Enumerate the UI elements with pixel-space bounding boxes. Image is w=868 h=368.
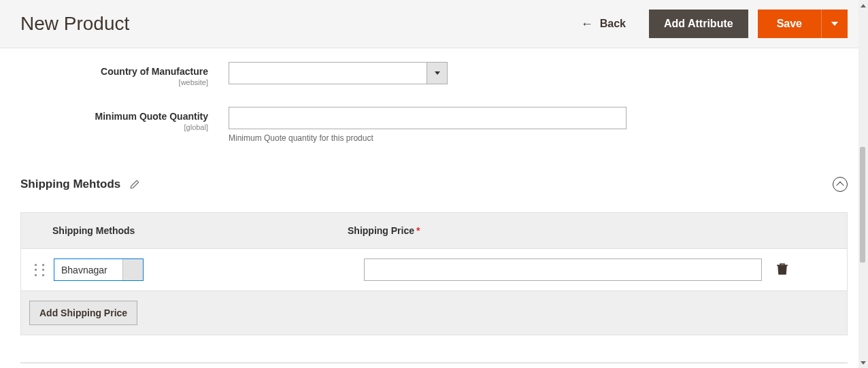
country-scope: [website] <box>20 78 208 86</box>
chevron-up-icon <box>836 182 844 189</box>
save-button-group: Save <box>758 10 848 38</box>
required-icon: * <box>416 225 420 236</box>
header-actions: ← Back Add Attribute Save <box>567 10 848 38</box>
pencil-icon[interactable] <box>130 180 139 189</box>
country-select-value[interactable] <box>229 63 427 84</box>
country-label: Country of Manufacture <box>101 66 208 77</box>
table-row <box>21 248 847 291</box>
th-price-label: Shipping Price <box>348 225 414 236</box>
min-quote-input[interactable] <box>229 107 627 129</box>
shipping-price-input[interactable] <box>364 258 762 281</box>
scrollbar[interactable] <box>858 0 868 368</box>
add-shipping-price-button[interactable]: Add Shipping Price <box>29 301 137 325</box>
back-button[interactable]: ← Back <box>567 11 639 37</box>
collapse-toggle[interactable] <box>833 177 848 192</box>
min-quote-row: Minimum Quote Quantity [global] Minimum … <box>20 107 848 143</box>
min-quote-field: Minimum Quote quantity for this product <box>229 107 627 143</box>
section-title: Shipping Mehtods <box>20 178 120 191</box>
trash-icon <box>777 263 788 275</box>
triangle-down-icon <box>435 71 440 75</box>
country-of-manufacture-row: Country of Manufacture [website] <box>20 62 848 86</box>
divider <box>20 363 848 363</box>
country-select[interactable] <box>229 62 448 84</box>
shipping-method-value[interactable] <box>54 259 122 280</box>
page-title: New Product <box>20 13 129 35</box>
back-button-label: Back <box>600 18 626 30</box>
save-dropdown-button[interactable] <box>821 10 848 38</box>
country-label-wrap: Country of Manufacture [website] <box>20 62 229 86</box>
page-header: New Product ← Back Add Attribute Save <box>0 0 868 48</box>
triangle-down-icon <box>831 22 838 26</box>
table-header: Shipping Methods Shipping Price* <box>21 213 847 248</box>
add-attribute-button[interactable]: Add Attribute <box>649 10 748 38</box>
th-shipping-methods: Shipping Methods <box>35 225 348 236</box>
scroll-thumb[interactable] <box>860 147 865 263</box>
shipping-method-select[interactable] <box>54 258 144 281</box>
shipping-method-toggle[interactable] <box>122 259 143 280</box>
content-area: Country of Manufacture [website] Minimum… <box>0 48 868 368</box>
min-quote-help: Minimum Quote quantity for this product <box>229 133 627 143</box>
min-quote-scope: [global] <box>20 123 208 131</box>
scroll-down-icon[interactable] <box>860 358 867 367</box>
th-shipping-price: Shipping Price* <box>348 225 833 236</box>
delete-row-button[interactable] <box>774 260 790 280</box>
shipping-section-header: Shipping Mehtods <box>20 163 848 205</box>
min-quote-label: Minimum Quote Quantity <box>95 111 208 122</box>
shipping-table: Shipping Methods Shipping Price* <box>20 212 848 335</box>
min-quote-label-wrap: Minimum Quote Quantity [global] <box>20 107 229 131</box>
country-field <box>229 62 448 84</box>
table-footer: Add Shipping Price <box>21 291 847 335</box>
save-button[interactable]: Save <box>758 10 821 38</box>
country-select-toggle[interactable] <box>427 63 447 84</box>
drag-handle-icon[interactable] <box>35 264 44 276</box>
scroll-up-icon[interactable] <box>860 1 867 10</box>
arrow-left-icon: ← <box>581 18 593 30</box>
section-title-wrap: Shipping Mehtods <box>20 178 139 191</box>
